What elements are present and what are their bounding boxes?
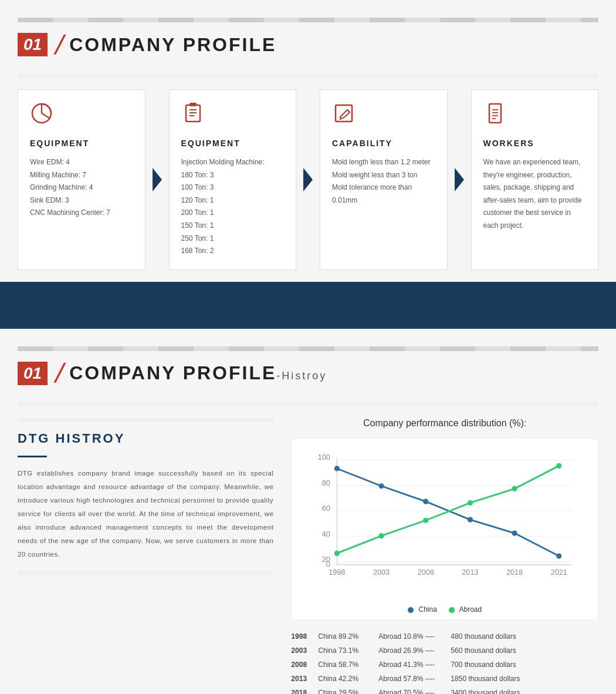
svg-text:40: 40 xyxy=(322,530,330,538)
china-1998: China 89.2% xyxy=(318,629,374,644)
document-icon xyxy=(483,102,587,130)
svg-line-7 xyxy=(347,110,350,112)
stats-table: 1998 China 89.2% Abroad 10.8% ---- 480 t… xyxy=(291,629,598,694)
svg-point-43 xyxy=(557,463,562,469)
svg-rect-5 xyxy=(189,103,197,106)
svg-text:2013: 2013 xyxy=(462,568,479,577)
abroad-1998: Abroad 10.8% ---- xyxy=(378,629,446,644)
pie-chart-icon xyxy=(30,102,133,130)
section2-header: 01 ╱ COMPANY PROFILE-Histroy xyxy=(18,362,598,385)
svg-text:2018: 2018 xyxy=(506,568,523,577)
stats-row-2008: 2008 China 58.7% Abroad 41.3% ---- 700 t… xyxy=(291,658,598,672)
svg-text:80: 80 xyxy=(322,479,330,487)
performance-chart: 100 80 60 40 20 0 1998 2003 xyxy=(303,450,586,598)
history-right: Company performance distribution (%): 10… xyxy=(291,418,598,694)
svg-text:0: 0 xyxy=(326,560,330,568)
year-2018: 2018 xyxy=(291,686,313,694)
legend-china-label: China xyxy=(418,605,436,614)
year-2013: 2013 xyxy=(291,672,313,686)
svg-point-32 xyxy=(334,466,340,471)
section1-title: COMPANY PROFILE xyxy=(69,34,276,56)
svg-text:2021: 2021 xyxy=(551,568,567,577)
china-2008: China 58.7% xyxy=(318,658,374,672)
svg-rect-8 xyxy=(489,104,501,123)
card4-content: We have an experienced team, they're eng… xyxy=(483,156,587,233)
year-2008: 2008 xyxy=(291,658,313,672)
cards-row: EQUIPMENT Wire EDM: 4 Milling Machine: 7… xyxy=(18,89,598,270)
svg-point-41 xyxy=(468,500,473,506)
section1-header: 01 ╱ COMPANY PROFILE xyxy=(18,33,598,56)
total-2003: 560 thousand dollars xyxy=(451,644,516,658)
abroad-2013: Abroad 57.8% ---- xyxy=(378,672,446,686)
arrow3 xyxy=(453,89,465,270)
notepad-icon xyxy=(181,102,285,130)
stats-row-2003: 2003 China 73.1% Abroad 26.9% ---- 560 t… xyxy=(291,644,598,658)
china-2013: China 42.2% xyxy=(318,672,374,686)
stats-row-2018: 2018 China 29.5% Abroad 70.5% ---- 3400 … xyxy=(291,686,598,694)
chart-title: Company performance distribution (%): xyxy=(291,418,598,429)
legend-china: China xyxy=(408,605,437,614)
card1-content: Wire EDM: 4 Milling Machine: 7 Grinding … xyxy=(30,156,133,220)
dark-band-1 xyxy=(0,282,616,329)
total-2013: 1850 thousand dollars xyxy=(451,672,520,686)
section2-title: COMPANY PROFILE-Histroy xyxy=(69,362,327,384)
card3-content: Mold length less than 1.2 meter Mold wei… xyxy=(332,156,435,207)
section1-number: 01 xyxy=(18,33,48,56)
card1-title: EQUIPMENT xyxy=(30,139,133,148)
abroad-dot xyxy=(449,607,455,613)
svg-point-40 xyxy=(423,517,428,523)
svg-point-34 xyxy=(423,498,428,504)
abroad-2008: Abroad 41.3% ---- xyxy=(378,658,446,672)
card-equipment-1: EQUIPMENT Wire EDM: 4 Milling Machine: 7… xyxy=(18,89,145,270)
stats-row-2013: 2013 China 42.2% Abroad 57.8% ---- 1850 … xyxy=(291,672,598,686)
year-1998: 1998 xyxy=(291,629,313,644)
card2-title: EQUIPMENT xyxy=(181,139,285,148)
card-equipment-2: EQUIPMENT Injection Molding Machine: 180… xyxy=(169,89,297,270)
arrow2 xyxy=(302,89,314,270)
section2-number: 01 xyxy=(18,362,48,385)
abroad-2003: Abroad 26.9% ---- xyxy=(378,644,446,658)
svg-text:60: 60 xyxy=(322,504,330,513)
svg-point-36 xyxy=(512,530,517,535)
svg-point-42 xyxy=(512,486,517,491)
total-2008: 700 thousand dollars xyxy=(451,658,516,672)
china-2003: China 73.1% xyxy=(318,644,374,658)
abroad-2018: Abroad 70.5% ---- xyxy=(378,686,446,694)
card-capability: CAPABILITY Mold length less than 1.2 met… xyxy=(320,89,448,270)
svg-point-33 xyxy=(379,483,384,489)
year-2003: 2003 xyxy=(291,644,313,658)
arrow1 xyxy=(151,89,163,270)
history-content: DTG HISTROY DTG establishes company bran… xyxy=(18,418,598,694)
stats-row-1998: 1998 China 89.2% Abroad 10.8% ---- 480 t… xyxy=(291,629,598,644)
svg-point-35 xyxy=(468,517,473,522)
china-2018: China 29.5% xyxy=(318,686,374,694)
dtg-title: DTG HISTROY xyxy=(18,431,273,446)
svg-point-39 xyxy=(379,533,384,538)
svg-point-37 xyxy=(557,553,562,558)
history-left: DTG HISTROY DTG establishes company bran… xyxy=(18,418,273,694)
card3-title: CAPABILITY xyxy=(332,139,435,148)
pencil-icon xyxy=(332,102,435,130)
chart-area: 100 80 60 40 20 0 1998 2003 xyxy=(291,438,598,620)
chart-legend: China Abroad xyxy=(303,605,586,614)
card-workers: WORKERS We have an experienced team, the… xyxy=(471,89,599,270)
svg-text:2008: 2008 xyxy=(418,568,434,577)
svg-point-38 xyxy=(334,551,340,556)
china-dot xyxy=(408,607,414,613)
legend-abroad: Abroad xyxy=(449,605,482,614)
card4-title: WORKERS xyxy=(483,139,587,148)
total-1998: 480 thousand dollars xyxy=(451,629,516,644)
legend-abroad-label: Abroad xyxy=(459,605,482,614)
svg-text:100: 100 xyxy=(318,453,330,461)
total-2018: 3400 thousand dollars xyxy=(451,686,520,694)
dtg-text: DTG establishes company brand image succ… xyxy=(18,467,273,561)
card2-content: Injection Molding Machine: 180 Ton: 3 10… xyxy=(181,156,285,258)
svg-text:2003: 2003 xyxy=(373,568,390,577)
svg-text:1998: 1998 xyxy=(329,568,346,577)
